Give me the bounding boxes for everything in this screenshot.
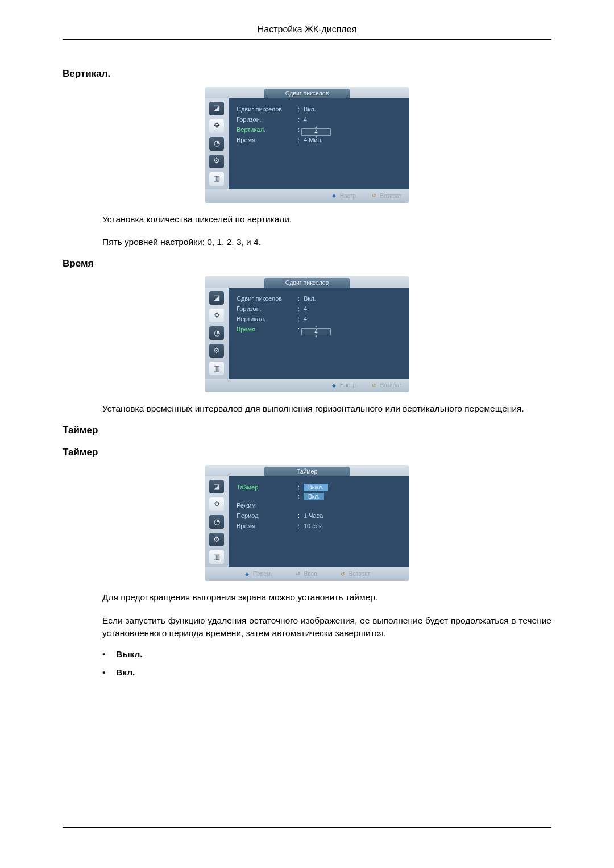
osd-row-vertical[interactable]: Вертикал. : ▲ 4 ▼ [237, 125, 403, 135]
footer-return: ↺Возврат [371, 381, 402, 390]
image-icon: ◪ [209, 102, 224, 115]
osd-tab-title: Сдвиг пикселов [264, 89, 350, 98]
timer-desc-1: Для предотвращения выгорания экрана можн… [102, 591, 551, 604]
footer-adjust: ◆Настр. [331, 192, 358, 201]
section-timer-title-1: Таймер [63, 423, 551, 438]
osd-row-time: Время : 4 Мин. [237, 135, 403, 146]
spinner-value: 4 [301, 128, 331, 136]
osd-footer: ◆Настр. ↺Возврат [205, 189, 409, 203]
diamond-icon: ◆ [331, 383, 337, 389]
adjust-icon: ✥ [209, 497, 224, 511]
page-title: Настройка ЖК-дисплея [63, 23, 551, 40]
enter-icon: ⏎ [294, 571, 301, 578]
image-icon: ◪ [209, 291, 224, 305]
osd-row-mode: Режим [237, 501, 403, 511]
gear-icon: ⚙ [209, 155, 224, 168]
chart-icon: ▥ [209, 362, 224, 375]
footer-rule [63, 827, 551, 828]
osd-row-timer-alt: : Вкл. [237, 493, 403, 501]
clock-icon: ◔ [209, 326, 224, 340]
osd-titlebar: Сдвиг пикселов [205, 276, 409, 288]
bullet-on: •Вкл. [102, 666, 551, 679]
gear-icon: ⚙ [209, 533, 224, 546]
osd-row-pixelshift: Сдвиг пикселов : Вкл. [237, 105, 403, 115]
osd-titlebar: Сдвиг пикселов [205, 87, 409, 98]
return-icon: ↺ [340, 571, 346, 578]
footer-return: ↺Возврат [340, 570, 371, 579]
vertical-desc-1: Установка количества пикселей по вертика… [102, 213, 551, 226]
value-spinner[interactable]: ▲ 4 ▼ [301, 325, 331, 338]
option-selected-off[interactable]: Выкл. [304, 484, 328, 491]
osd-pixel-shift-vertical: Сдвиг пикселов ◪ ✥ ◔ ⚙ ▥ Сдвиг пикселов … [205, 87, 409, 203]
osd-row-timer[interactable]: Таймер : Выкл. [237, 483, 403, 493]
osd-footer: ◆Перем. ⏎Ввод ↺Возврат [205, 567, 409, 581]
clock-icon: ◔ [209, 515, 224, 529]
osd-side-icons: ◪ ✥ ◔ ⚙ ▥ [205, 98, 229, 189]
footer-move: ◆Перем. [244, 570, 272, 579]
option-on[interactable]: Вкл. [304, 493, 324, 500]
return-icon: ↺ [371, 193, 377, 199]
image-icon: ◪ [209, 480, 224, 493]
osd-side-icons: ◪ ✥ ◔ ⚙ ▥ [205, 288, 229, 379]
osd-row-pixelshift: Сдвиг пикселов : Вкл. [237, 294, 403, 304]
osd-row-period: Период : 1 Часа [237, 511, 403, 521]
chart-icon: ▥ [209, 550, 224, 564]
osd-timer: Таймер ◪ ✥ ◔ ⚙ ▥ Таймер : Выкл. [205, 465, 409, 581]
chevron-down-icon[interactable]: ▼ [314, 335, 318, 338]
time-desc-1: Установка временных интервалов для выпол… [102, 402, 551, 415]
osd-row-time[interactable]: Время : ▲ 4 ▼ [237, 325, 403, 335]
footer-adjust: ◆Настр. [331, 381, 358, 390]
diamond-icon: ◆ [331, 193, 337, 199]
section-timer-title-2: Таймер [63, 446, 551, 460]
osd-row-horizon: Горизон. : 4 [237, 304, 403, 314]
section-vertical-title: Вертикал. [63, 67, 551, 81]
osd-footer: ◆Настр. ↺Возврат [205, 379, 409, 392]
return-icon: ↺ [371, 383, 377, 389]
chart-icon: ▥ [209, 172, 224, 186]
footer-return: ↺Возврат [371, 192, 402, 201]
osd-pixel-shift-time: Сдвиг пикселов ◪ ✥ ◔ ⚙ ▥ Сдвиг пикселов … [205, 276, 409, 392]
osd-row-time: Время : 10 сек. [237, 521, 403, 531]
diamond-icon: ◆ [244, 571, 250, 578]
footer-enter: ⏎Ввод [294, 570, 317, 579]
osd-titlebar: Таймер [205, 465, 409, 476]
adjust-icon: ✥ [209, 119, 224, 133]
vertical-desc-2: Пять уровней настройки: 0, 1, 2, 3, и 4. [102, 236, 551, 248]
bullet-off: •Выкл. [102, 648, 551, 661]
gear-icon: ⚙ [209, 344, 224, 358]
osd-tab-title: Сдвиг пикселов [264, 278, 350, 288]
osd-side-icons: ◪ ✥ ◔ ⚙ ▥ [205, 476, 229, 567]
timer-desc-2: Если запустить функцию удаления остаточн… [102, 614, 551, 640]
osd-tab-title: Таймер [264, 467, 350, 476]
clock-icon: ◔ [209, 137, 224, 151]
section-time-title: Время [63, 257, 551, 271]
adjust-icon: ✥ [209, 309, 224, 322]
